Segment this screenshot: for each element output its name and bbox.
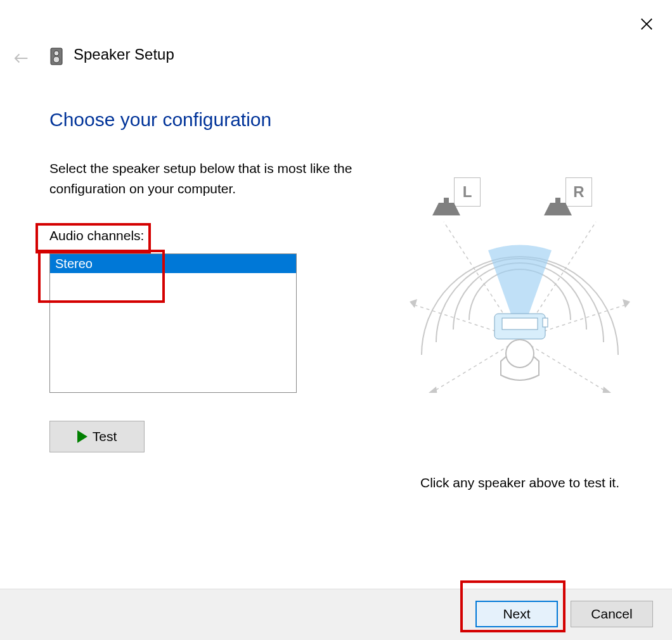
page-heading: Choose your configuration: [49, 109, 271, 131]
audio-channel-option-stereo[interactable]: Stereo: [50, 254, 296, 273]
svg-point-5: [53, 56, 60, 63]
close-button[interactable]: [634, 11, 659, 37]
test-button[interactable]: Test: [49, 421, 145, 452]
left-speaker-icon: [432, 198, 460, 215]
play-icon: [77, 430, 87, 443]
svg-marker-8: [544, 203, 572, 215]
back-arrow-icon: [13, 52, 29, 65]
close-icon: [640, 17, 654, 31]
svg-marker-22: [429, 387, 437, 393]
svg-marker-20: [410, 299, 417, 308]
speaker-hint: Click any speaker above to test it.: [406, 475, 634, 490]
svg-rect-7: [444, 198, 449, 203]
svg-marker-23: [602, 387, 611, 393]
speaker-diagram: L R: [406, 177, 634, 393]
window-title: Speaker Setup: [74, 46, 174, 63]
speaker-setup-icon: [48, 47, 67, 66]
svg-rect-9: [555, 198, 560, 203]
svg-rect-18: [543, 318, 548, 327]
next-button-label: Next: [503, 606, 530, 622]
back-button[interactable]: [13, 49, 30, 67]
svg-point-4: [54, 51, 59, 56]
next-button[interactable]: Next: [475, 601, 558, 627]
cancel-button[interactable]: Cancel: [571, 601, 653, 627]
svg-marker-6: [432, 203, 460, 215]
svg-rect-17: [502, 318, 538, 330]
speaker-diagram-graphic: [406, 215, 634, 393]
audio-channels-listbox[interactable]: Stereo: [49, 253, 297, 393]
right-speaker-icon: [544, 198, 572, 215]
svg-point-19: [506, 340, 534, 368]
right-speaker-label: R: [573, 183, 584, 201]
left-speaker-label: L: [463, 183, 472, 201]
test-button-label: Test: [93, 429, 117, 444]
svg-marker-21: [623, 299, 630, 308]
audio-channels-label: Audio channels:: [49, 228, 144, 243]
cancel-button-label: Cancel: [591, 606, 632, 622]
dialog-button-bar: Next Cancel: [0, 589, 672, 640]
page-description: Select the speaker setup below that is m…: [49, 158, 366, 199]
